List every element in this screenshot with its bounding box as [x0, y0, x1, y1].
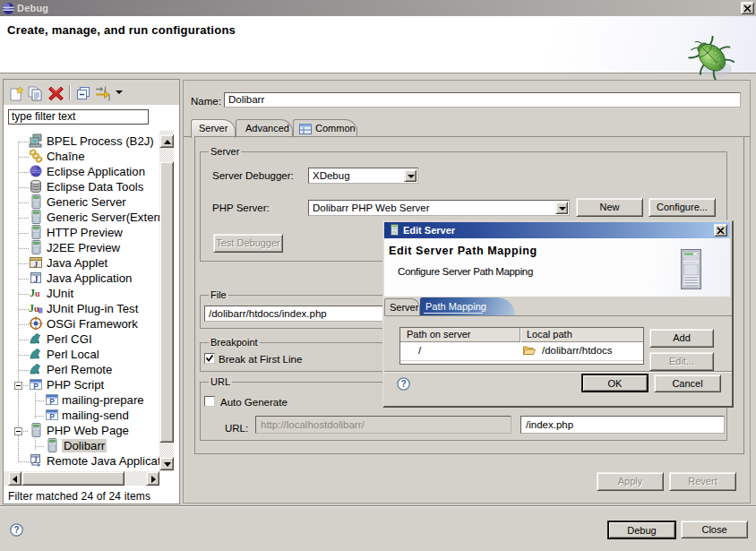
- svg-text:?: ?: [13, 525, 19, 535]
- svg-text:?: ?: [400, 379, 406, 389]
